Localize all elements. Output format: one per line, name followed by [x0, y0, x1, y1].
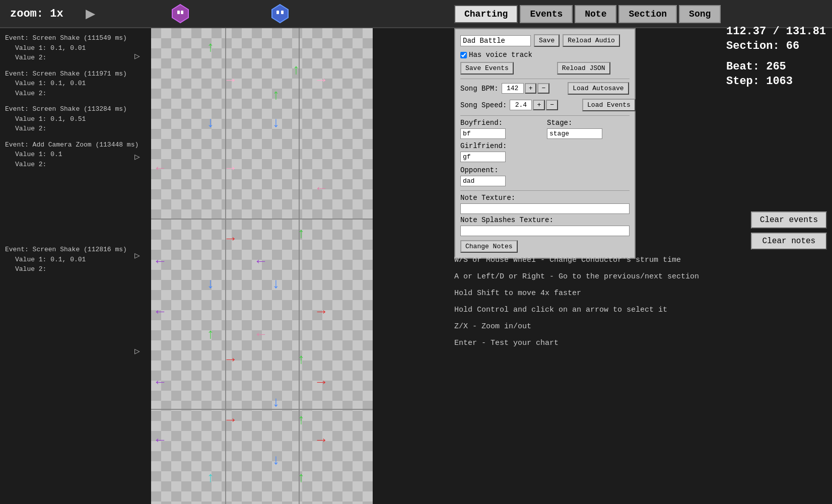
gf-label: Girlfriend: [460, 142, 507, 150]
arrow-14[interactable]: ← [252, 252, 270, 270]
char-icon-1 [168, 2, 192, 26]
gf-select[interactable]: gf [460, 152, 506, 162]
voice-track-label: Has voice track [469, 51, 532, 59]
reload-json-button[interactable]: Reload JSON [557, 62, 610, 75]
arrow-18[interactable]: → [312, 303, 330, 321]
speed-label: Song Speed: [460, 101, 507, 109]
svg-marker-0 [172, 5, 188, 23]
speed-plus[interactable]: + [533, 100, 545, 110]
song-name-input[interactable] [460, 35, 531, 46]
divider-3 [460, 190, 630, 191]
note-splashes-label: Note Splashes Texture: [460, 216, 630, 224]
bf-col: Boyfriend: bf [460, 119, 543, 139]
help-line-0: W/S or Mouse Wheel - Change Conductor's … [454, 252, 827, 268]
speed-input[interactable] [510, 100, 532, 110]
svg-rect-4 [276, 11, 279, 14]
event-entry-4: Event: Screen Shake (112816 ms) Value 1:… [5, 245, 146, 274]
clear-events-button[interactable]: Clear events [751, 211, 827, 229]
help-line-1: A or Left/D or Right - Go to the previou… [454, 268, 827, 285]
bpm-input[interactable] [502, 83, 524, 94]
load-events-button[interactable]: Load Events [582, 99, 636, 111]
arrow-7[interactable]: ↓ [267, 114, 285, 132]
stage-col: Stage: stage [547, 119, 630, 139]
gf-col: Girlfriend: gf [460, 142, 507, 162]
note-texture-input[interactable] [460, 203, 630, 214]
stage-select[interactable]: stage [547, 128, 602, 139]
arrow-27[interactable]: ↑ [292, 411, 310, 429]
arrow-26[interactable]: → [222, 411, 240, 429]
charting-panel: Save Reload Audio Has voice track Save E… [454, 28, 636, 259]
char-icon-cursor: ▶ [79, 2, 103, 26]
event-entry-2: Event: Screen Shake (113284 ms) Value 1:… [5, 104, 146, 134]
arrow-19[interactable]: ↑ [201, 325, 220, 343]
arrow-28[interactable]: ← [151, 431, 169, 449]
opponent-select[interactable]: dad [460, 176, 506, 186]
bpm-stepper: + − [502, 83, 550, 94]
arrow-32[interactable]: ↑ [292, 469, 310, 487]
arrow-29[interactable]: → [312, 431, 330, 449]
arrow-9[interactable]: → [222, 159, 240, 177]
chart-area: ↑ ↑ ↑ → → ↓ ↓ ← → ← → ↑ ← ← ↓ ↓ ← → ↑ ← … [151, 28, 373, 504]
arrow-21[interactable]: → [222, 350, 240, 369]
divider-v1 [225, 28, 226, 504]
arrow-5[interactable]: → [312, 71, 330, 89]
load-autosave-button[interactable]: Load Autosave [568, 82, 629, 95]
tab-charting[interactable]: Charting [454, 5, 518, 23]
event-text-0: Event: Screen Shake (111549 ms) [5, 33, 146, 43]
note-splashes-input[interactable] [460, 226, 630, 236]
arrow-31[interactable]: ↑ [201, 469, 220, 487]
arrow-8[interactable]: ← [151, 159, 169, 177]
arrow-2[interactable]: ↑ [287, 61, 305, 79]
arrow-23[interactable]: ← [151, 373, 169, 391]
arrow-1[interactable]: ↑ [201, 38, 220, 56]
arrow-24[interactable]: → [312, 373, 330, 391]
side-arrow-3: ▷ [134, 345, 140, 356]
arrow-25[interactable]: ↓ [267, 393, 285, 411]
divider-2 [460, 115, 630, 116]
arrow-15[interactable]: ↓ [201, 275, 220, 293]
voice-track-checkbox[interactable] [460, 52, 467, 58]
arrow-6[interactable]: ↓ [201, 114, 220, 132]
change-notes-button[interactable]: Change Notes [460, 240, 518, 253]
event-val2-1: Value 2: [5, 89, 146, 99]
tab-section[interactable]: Section [618, 5, 677, 23]
event-val2-4: Value 2: [5, 264, 146, 274]
bf-stage-row: Boyfriend: bf Stage: stage [460, 119, 630, 139]
help-line-2: Hold Shift to move 4x faster [454, 285, 827, 302]
tab-events[interactable]: Events [520, 5, 573, 23]
bf-label: Boyfriend: [460, 119, 543, 127]
divider-h1 [151, 219, 373, 220]
arrow-22[interactable]: ↑ [292, 350, 310, 369]
bpm-plus[interactable]: + [525, 83, 537, 94]
tabs-row: Charting Events Note Section Song [454, 5, 721, 23]
save-events-button[interactable]: Save Events [460, 62, 514, 75]
help-line-3: Hold Control and click on an arrow to se… [454, 302, 827, 318]
save-button[interactable]: Save [534, 34, 560, 47]
arrow-4[interactable]: → [222, 71, 240, 89]
arrow-12[interactable]: ↑ [292, 225, 310, 243]
event-text-1: Event: Screen Shake (111971 ms) [5, 69, 146, 79]
arrow-17[interactable]: ← [151, 303, 169, 321]
speed-minus[interactable]: − [546, 100, 558, 110]
reload-audio-button[interactable]: Reload Audio [563, 34, 620, 47]
divider-v2 [299, 28, 300, 504]
event-val1-3: Value 1: 0.1 [5, 150, 146, 160]
arrow-13[interactable]: ← [151, 252, 169, 270]
arrow-16[interactable]: ↓ [267, 275, 285, 293]
section-stat: Section: 66 [726, 40, 827, 52]
right-panel: Charting Events Note Section Song Save R… [449, 0, 832, 504]
arrow-3[interactable]: ↑ [267, 86, 285, 104]
bf-select[interactable]: bf [460, 128, 506, 139]
bpm-minus[interactable]: − [537, 83, 549, 94]
speed-row: Song Speed: + − Load Events [460, 99, 630, 111]
arrow-20[interactable]: ← [252, 325, 270, 343]
clear-notes-button[interactable]: Clear notes [751, 233, 827, 250]
side-arrow-1: ▷ [134, 151, 140, 162]
arrow-10[interactable]: ← [312, 179, 330, 197]
arrow-11[interactable]: → [222, 230, 240, 248]
tab-song[interactable]: Song [679, 5, 721, 23]
note-splashes-group: Note Splashes Texture: [460, 216, 630, 238]
arrow-30[interactable]: ↓ [267, 451, 285, 469]
tab-note[interactable]: Note [575, 5, 616, 23]
svg-rect-5 [281, 11, 284, 14]
